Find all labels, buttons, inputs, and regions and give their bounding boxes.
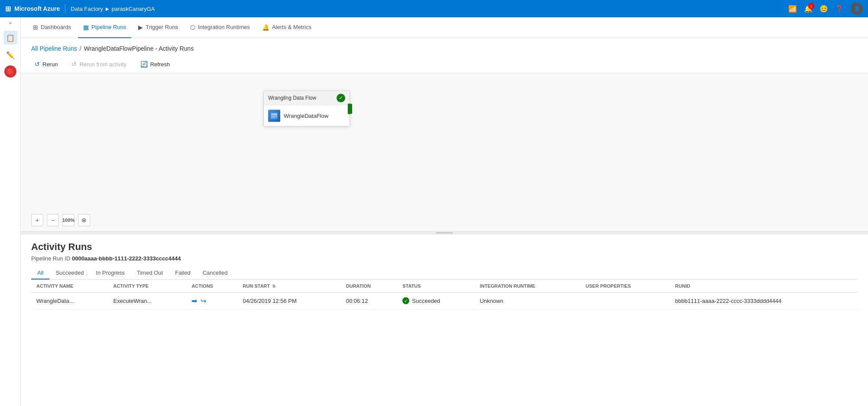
dashboards-icon: ⊞ (33, 24, 38, 31)
top-bar-right: 📶 🔔 1 😊 ❓ 👤 (788, 3, 863, 15)
alerts-metrics-icon: 🔔 (262, 24, 269, 31)
pipeline-node[interactable]: Wrangling Data Flow ✓ (263, 91, 350, 127)
node-right-indicator (348, 104, 352, 114)
rerun-from-activity-icon: ↺ (71, 61, 77, 68)
col-duration: DURATION (341, 280, 398, 292)
refresh-button[interactable]: 🔄 Refresh (137, 59, 174, 69)
svg-rect-4 (271, 117, 277, 117)
toolbar: ↺ Rerun ↺ Rerun from activity 🔄 Refresh (21, 55, 868, 73)
canvas-controls: + − 100% ⊕ (31, 214, 90, 226)
col-activity-name: ACTIVITY NAME (31, 280, 108, 292)
azure-brand-text: Microsoft Azure (14, 5, 60, 12)
status-dot: ✓ (402, 297, 409, 304)
sidebar-icon-alerts[interactable]: 🔴 (4, 65, 16, 78)
notification-bell[interactable]: 🔔 1 (804, 5, 813, 13)
feedback-icon[interactable]: 😊 (819, 5, 828, 13)
cell-activity-type: ExecuteWran... (108, 292, 186, 309)
sidebar-icon-edit[interactable]: ✏️ (3, 48, 17, 62)
tab-pipeline-runs[interactable]: ▦ Pipeline Runs (78, 17, 131, 38)
canvas-area: Wrangling Data Flow ✓ (21, 73, 868, 232)
rerun-button[interactable]: ↺ Rerun (31, 59, 61, 69)
rerun-icon: ↺ (35, 61, 40, 68)
azure-logo: ⊞ (5, 5, 11, 13)
resize-handle-bar (436, 232, 453, 234)
table-row: WrangleData... ExecuteWran... ➡ ↪ 04/26/… (31, 292, 858, 309)
tab-trigger-runs[interactable]: ▶ Trigger Runs (133, 17, 183, 38)
filter-tab-all[interactable]: All (31, 267, 49, 279)
filter-tab-in-progress[interactable]: In Progress (90, 267, 131, 279)
section-title: Activity Runs (31, 241, 858, 253)
integration-runtimes-icon: ⬡ (190, 24, 195, 31)
sort-icon: ⇅ (272, 284, 275, 289)
pipeline-run-id-value: 0000aaaa-bbbb-1111-2222-3333cccc4444 (72, 255, 181, 262)
cell-actions: ➡ ↪ (186, 292, 237, 309)
tab-integration-runtimes[interactable]: ⬡ Integration Runtimes (185, 17, 255, 38)
status-indicator: ✓ Succeeded (402, 297, 469, 304)
node-icon (268, 110, 280, 122)
breadcrumb: All Pipeline Runs / WrangleDataFlowPipel… (21, 38, 868, 55)
svg-rect-5 (271, 117, 275, 118)
filter-tab-failed[interactable]: Failed (169, 267, 196, 279)
breadcrumb-separator: / (80, 45, 81, 52)
node-title: Wrangling Data Flow (268, 95, 316, 101)
svg-rect-2 (271, 115, 277, 115)
wifi-icon[interactable]: 📶 (788, 5, 797, 13)
svg-rect-1 (271, 114, 277, 114)
pipeline-runs-icon: ▦ (83, 24, 89, 31)
brand-label: ⊞ Microsoft Azure (5, 5, 60, 13)
table-body: WrangleData... ExecuteWran... ➡ ↪ 04/26/… (31, 292, 858, 309)
top-bar-product: Data Factory ▶ paraskCanaryGA (71, 6, 155, 12)
notification-count: 1 (808, 3, 814, 9)
rerun-from-activity-button[interactable]: ↺ Rerun from activity (68, 59, 130, 69)
page-content: All Pipeline Runs / WrangleDataFlowPipel… (21, 38, 868, 406)
breadcrumb-current: WrangleDataFlowPipeline - Activity Runs (84, 45, 194, 52)
svg-rect-3 (271, 116, 277, 116)
tab-alerts-metrics[interactable]: 🔔 Alerts & Metrics (257, 17, 317, 38)
zoom-out-button[interactable]: − (47, 214, 59, 226)
cell-runid: bbbb1111-aaaa-2222-cccc-3333dddd4444 (670, 292, 858, 309)
col-user-properties: USER PROPERTIES (580, 280, 670, 292)
filter-tab-succeeded[interactable]: Succeeded (49, 267, 90, 279)
sidebar-icon-monitor[interactable]: 📋 (3, 31, 17, 45)
col-integration-runtime: INTEGRATION RUNTIME (475, 280, 580, 292)
breadcrumb-link[interactable]: All Pipeline Runs (31, 45, 77, 52)
tab-dashboards[interactable]: ⊞ Dashboards (28, 17, 76, 38)
sidebar: » 📋 ✏️ 🔴 (0, 17, 21, 406)
cell-integration-runtime: Unknown (475, 292, 580, 309)
col-run-start: RUN START ⇅ (238, 280, 341, 292)
activity-runs-section: Activity Runs Pipeline Run ID 0000aaaa-b… (21, 234, 868, 406)
col-activity-type: ACTIVITY TYPE (108, 280, 186, 292)
col-status: STATUS (397, 280, 474, 292)
cell-duration: 00:06:12 (341, 292, 398, 309)
instance-name: paraskCanaryGA (112, 6, 155, 12)
col-actions: ACTIONS (186, 280, 237, 292)
breadcrumb-arrow-icon: ▶ (106, 6, 109, 11)
node-name: WrangleDataFlow (284, 113, 328, 119)
help-icon[interactable]: ❓ (835, 5, 844, 13)
pipeline-node-body: WrangleDataFlow (264, 105, 350, 126)
trigger-runs-icon: ▶ (138, 24, 143, 31)
zoom-in-button[interactable]: + (31, 214, 43, 226)
cell-run-start: 04/26/2019 12:56 PM (238, 292, 341, 309)
pipeline-node-header: Wrangling Data Flow ✓ (264, 91, 350, 105)
pipeline-id-text: Pipeline Run ID 0000aaaa-bbbb-1111-2222-… (31, 255, 858, 262)
user-avatar[interactable]: 👤 (851, 3, 863, 15)
top-bar: ⊞ Microsoft Azure Data Factory ▶ paraskC… (0, 0, 868, 17)
status-text: Succeeded (412, 298, 440, 304)
action-input-icon[interactable]: ➡ (191, 297, 197, 305)
activity-runs-table: ACTIVITY NAME ACTIVITY TYPE ACTIONS RUN … (31, 280, 858, 310)
filter-tab-cancelled[interactable]: Cancelled (197, 267, 234, 279)
product-name: Data Factory (71, 6, 103, 12)
table-header: ACTIVITY NAME ACTIVITY TYPE ACTIONS RUN … (31, 280, 858, 292)
focus-button[interactable]: ⊕ (78, 214, 90, 226)
nav-tabs: ⊞ Dashboards ▦ Pipeline Runs ▶ Trigger R… (21, 17, 868, 38)
cell-user-properties (580, 292, 670, 309)
node-success-badge: ✓ (337, 94, 345, 102)
col-runid: RUNID (670, 280, 858, 292)
filter-tab-timed-out[interactable]: Timed Out (131, 267, 169, 279)
top-bar-separator (65, 4, 65, 13)
fit-view-button[interactable]: 100% (62, 214, 74, 226)
action-output-icon[interactable]: ↪ (201, 297, 206, 305)
refresh-icon: 🔄 (140, 61, 148, 68)
sidebar-toggle[interactable]: » (9, 21, 12, 26)
